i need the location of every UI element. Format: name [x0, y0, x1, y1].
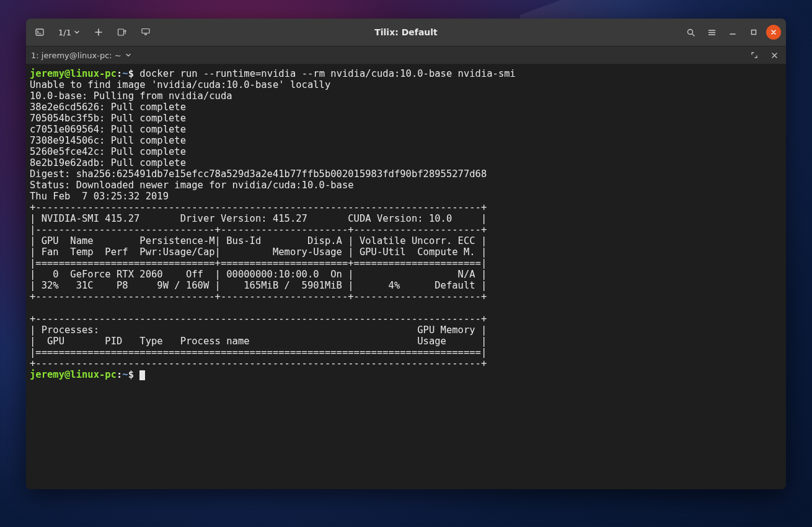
maximize-icon — [750, 28, 757, 36]
close-window-button[interactable] — [766, 25, 781, 40]
output-line: | 32% 31C P8 9W / 160W | 165MiB / 5901Mi… — [30, 280, 487, 291]
output-line: | Fan Temp Perf Pwr:Usage/Cap| Memory-Us… — [30, 246, 487, 258]
output-line: |-------------------------------+-------… — [30, 224, 487, 235]
output-line: 38e2e6cd5626: Pull complete — [30, 102, 186, 113]
session-count-label: 1/1 — [58, 28, 71, 37]
window-title: Tilix: Default — [374, 27, 438, 37]
output-line: Unable to find image 'nvidia/cuda:10.0-b… — [30, 79, 330, 90]
titlebar: 1/1 Tilix: Default — [26, 19, 786, 46]
add-session-button[interactable] — [90, 24, 107, 41]
prompt-path: ~ — [122, 68, 128, 79]
command-text: docker run --runtime=nvidia --rm nvidia/… — [139, 68, 516, 79]
terminal-window: 1/1 Tilix: Default — [26, 19, 786, 489]
output-line: 705054bc3f5b: Pull complete — [30, 113, 186, 124]
split-down-icon — [141, 28, 151, 37]
output-line: 5260e5fce42c: Pull complete — [30, 146, 186, 157]
output-line: Status: Downloaded newer image for nvidi… — [30, 180, 354, 191]
plus-icon — [94, 28, 103, 37]
svg-rect-0 — [36, 29, 43, 35]
output-line: | Processes: GPU Memory | — [30, 324, 487, 336]
output-line: |===============================+=======… — [30, 258, 487, 269]
prompt-path: ~ — [122, 369, 128, 380]
output-line: 10.0-base: Pulling from nvidia/cuda — [30, 90, 232, 102]
close-icon — [771, 52, 778, 59]
prompt-user-host: jeremy@linux-pc — [30, 369, 117, 380]
tabbar: 1: jeremy@linux-pc: ~ — [26, 46, 786, 64]
prompt-separator: : — [117, 68, 122, 79]
split-down-button[interactable] — [137, 24, 154, 41]
chevron-down-icon — [74, 29, 80, 35]
hamburger-icon — [707, 28, 717, 37]
tab-title: 1: jeremy@linux-pc: ~ — [31, 51, 121, 60]
maximize-button[interactable] — [745, 24, 762, 41]
close-pane-button[interactable] — [767, 48, 781, 62]
search-icon — [686, 28, 695, 37]
minimize-button[interactable] — [724, 24, 741, 41]
output-line: | GPU Name Persistence-M| Bus-Id Disp.A … — [30, 235, 487, 246]
close-icon — [770, 29, 777, 35]
output-line: +---------------------------------------… — [30, 202, 487, 213]
prompt-user-host: jeremy@linux-pc — [30, 68, 117, 79]
svg-rect-1 — [118, 29, 123, 35]
output-line: +---------------------------------------… — [30, 358, 487, 369]
output-line: Thu Feb 7 03:25:32 2019 — [30, 191, 169, 202]
prompt-dollar: $ — [128, 369, 134, 380]
session-counter[interactable]: 1/1 — [55, 28, 84, 37]
output-line: 8e2b19e62adb: Pull complete — [30, 157, 186, 168]
output-line: 7308e914506c: Pull complete — [30, 135, 186, 146]
svg-point-3 — [687, 29, 692, 34]
app-menu-icon[interactable] — [31, 24, 48, 41]
split-right-icon — [117, 28, 127, 37]
expand-icon — [751, 51, 758, 59]
chevron-down-icon — [125, 52, 131, 58]
split-right-button[interactable] — [113, 24, 131, 41]
output-line: +-------------------------------+-------… — [30, 291, 487, 302]
fullscreen-pane-button[interactable] — [748, 48, 761, 62]
minimize-icon — [729, 28, 736, 36]
output-line: Digest: sha256:625491db7e15efcc78a529d3a… — [30, 168, 487, 180]
output-line: |=======================================… — [30, 347, 487, 358]
hamburger-menu-button[interactable] — [703, 24, 720, 41]
svg-rect-2 — [142, 29, 149, 33]
output-line: | NVIDIA-SMI 415.27 Driver Version: 415.… — [30, 213, 487, 224]
output-line: +---------------------------------------… — [30, 313, 487, 324]
output-line: | 0 GeForce RTX 2060 Off | 00000000:10:0… — [30, 269, 487, 280]
prompt-dollar: $ — [128, 68, 134, 79]
terminal-viewport[interactable]: jeremy@linux-pc:~$ docker run --runtime=… — [26, 64, 786, 489]
cursor — [139, 370, 145, 380]
svg-rect-4 — [752, 30, 756, 35]
terminal-tab[interactable]: 1: jeremy@linux-pc: ~ — [31, 51, 131, 60]
output-line: c7051e069564: Pull complete — [30, 124, 186, 135]
search-button[interactable] — [682, 24, 699, 41]
output-line: | GPU PID Type Process name Usage | — [30, 336, 487, 347]
prompt-separator: : — [117, 369, 122, 380]
